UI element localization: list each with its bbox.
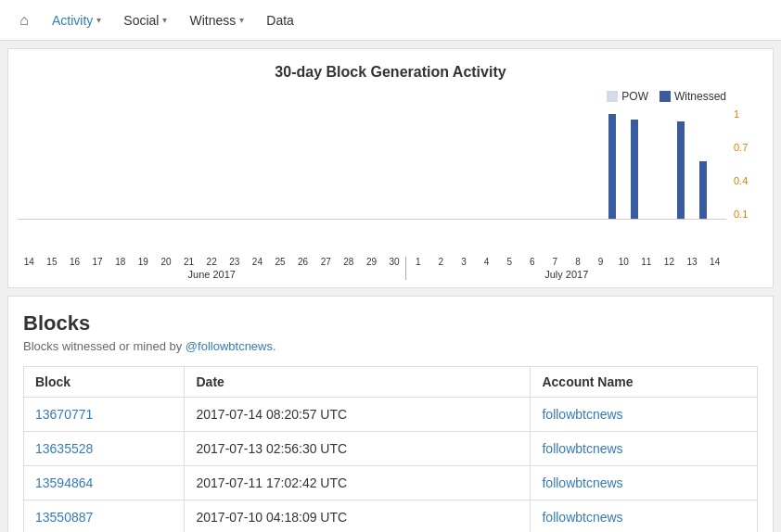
x-date-label: 30 (383, 257, 406, 267)
x-date-label: 11 (635, 257, 659, 267)
date-cell: 2017-07-13 02:56:30 UTC (185, 432, 531, 466)
account-name-link[interactable]: followbtcnews (542, 510, 622, 525)
x-date-label: 1 (406, 257, 429, 267)
date-cell: 2017-07-10 04:18:09 UTC (185, 500, 531, 533)
table-header-row: Block Date Account Name (24, 367, 758, 398)
block-number-cell: 13594864 (24, 466, 185, 500)
x-date-label: 2 (429, 257, 453, 267)
blocks-section: Blocks Blocks witnessed or mined by @fol… (7, 296, 774, 532)
x-date-label: 6 (520, 257, 544, 267)
x-date-label: 5 (498, 257, 521, 267)
account-link[interactable]: @followbtcnews (186, 339, 273, 353)
x-date-label: 9 (589, 257, 612, 267)
witnessed-legend-box (659, 91, 671, 102)
x-date-label: 12 (658, 257, 681, 267)
x-date-label: 25 (269, 257, 292, 267)
account-cell: followbtcnews (531, 466, 758, 500)
chart-section: 30-day Block Generation Activity POW Wit… (7, 48, 774, 288)
chart-area: 10.70.40.1 (8, 108, 773, 257)
x-date-label: 3 (453, 257, 476, 267)
x-date-label: 7 (544, 257, 567, 267)
pow-legend-box (607, 91, 618, 102)
date-cell: 2017-07-11 17:02:42 UTC (185, 466, 531, 500)
x-date-label: 14 (18, 257, 41, 267)
x-date-label: 13 (681, 257, 704, 267)
y-axis-label: 1 (734, 108, 739, 120)
blocks-title: Blocks (23, 311, 758, 336)
activity-chevron-icon: ▾ (96, 15, 101, 25)
y-axis: 10.70.40.1 (730, 108, 773, 220)
x-date-label: 28 (338, 257, 361, 267)
x-date-label: 27 (314, 257, 338, 267)
table-row: 136707712017-07-14 08:20:57 UTCfollowbtc… (24, 398, 758, 432)
blocks-subtitle: Blocks witnessed or mined by @followbtcn… (23, 339, 758, 353)
july-label: July 2017 (406, 267, 726, 280)
chart-bar (699, 161, 707, 219)
table-row: 135508872017-07-10 04:18:09 UTCfollowbtc… (24, 500, 758, 533)
y-axis-label: 0.7 (734, 142, 748, 153)
block-number-cell: 13550887 (24, 500, 185, 533)
witness-chevron-icon: ▾ (239, 15, 244, 25)
chart-bar (677, 121, 685, 219)
block-number-cell: 13670771 (24, 398, 185, 432)
x-date-label: 29 (360, 257, 383, 267)
x-date-label: 21 (177, 257, 200, 267)
table-row: 136355282017-07-13 02:56:30 UTCfollowbtc… (24, 432, 758, 466)
x-date-label: 23 (223, 257, 246, 267)
block-number-cell: 13635528 (24, 432, 185, 466)
nav-activity[interactable]: Activity ▾ (41, 0, 112, 41)
witnessed-legend-item: Witnessed (659, 90, 726, 103)
col-account: Account Name (531, 367, 758, 398)
date-cell: 2017-07-14 08:20:57 UTC (185, 398, 531, 432)
chart-bar (608, 114, 616, 219)
x-date-label: 17 (86, 257, 109, 267)
x-date-label: 24 (246, 257, 269, 267)
x-date-label: 8 (567, 257, 590, 267)
pow-legend-item: POW (607, 90, 648, 103)
x-date-label: 19 (132, 257, 155, 267)
x-date-label: 20 (155, 257, 178, 267)
nav-witness[interactable]: Witness ▾ (178, 0, 255, 41)
account-cell: followbtcnews (531, 398, 758, 432)
nav-data[interactable]: Data (255, 0, 305, 41)
col-block: Block (24, 367, 185, 398)
col-date: Date (185, 367, 531, 398)
account-name-link[interactable]: followbtcnews (542, 407, 622, 422)
chart-inner (18, 108, 726, 220)
navbar: ⌂ Activity ▾ Social ▾ Witness ▾ Data (0, 0, 781, 41)
account-name-link[interactable]: followbtcnews (542, 441, 622, 456)
x-date-label: 14 (703, 257, 726, 267)
account-cell: followbtcnews (531, 432, 758, 466)
x-axis: 1415161718192021222324252627282930June 2… (18, 257, 726, 280)
home-button[interactable]: ⌂ (7, 4, 41, 37)
x-june-section: 1415161718192021222324252627282930June 2… (18, 257, 405, 280)
june-label: June 2017 (18, 267, 405, 280)
x-july-section: 1234567891011121314July 2017 (406, 257, 726, 280)
x-date-label: 16 (63, 257, 86, 267)
y-axis-label: 0.4 (734, 175, 748, 186)
block-link[interactable]: 13635528 (35, 441, 93, 456)
y-axis-label: 0.1 (734, 209, 748, 220)
account-cell: followbtcnews (531, 500, 758, 533)
pow-legend-label: POW (621, 90, 648, 103)
block-link[interactable]: 13594864 (35, 475, 93, 490)
x-date-label: 10 (612, 257, 635, 267)
witnessed-legend-label: Witnessed (674, 90, 726, 103)
x-date-label: 22 (200, 257, 224, 267)
chart-legend: POW Witnessed (8, 90, 773, 103)
x-date-label: 18 (109, 257, 132, 267)
x-date-label: 26 (291, 257, 314, 267)
block-link[interactable]: 13550887 (35, 510, 93, 525)
block-link[interactable]: 13670771 (35, 407, 93, 422)
account-name-link[interactable]: followbtcnews (542, 475, 622, 490)
x-date-label: 15 (41, 257, 64, 267)
blocks-table: Block Date Account Name 136707712017-07-… (23, 366, 758, 532)
x-date-label: 4 (475, 257, 498, 267)
social-chevron-icon: ▾ (162, 15, 167, 25)
chart-bar (631, 120, 638, 219)
table-row: 135948642017-07-11 17:02:42 UTCfollowbtc… (24, 466, 758, 500)
chart-title: 30-day Block Generation Activity (8, 64, 773, 81)
nav-social[interactable]: Social ▾ (112, 0, 178, 41)
